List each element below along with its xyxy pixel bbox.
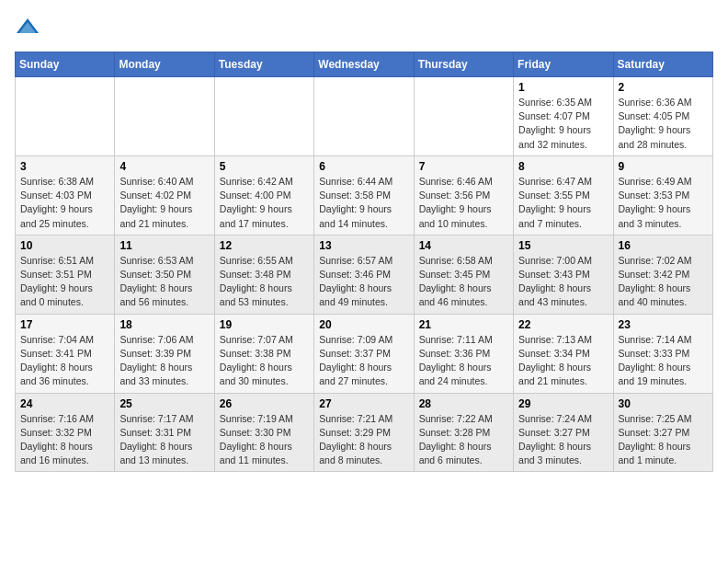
day-number: 4 bbox=[119, 160, 209, 173]
day-number: 23 bbox=[619, 318, 708, 331]
calendar-cell: 9Sunrise: 6:49 AM Sunset: 3:53 PM Daylig… bbox=[613, 155, 712, 235]
calendar-cell: 1Sunrise: 6:35 AM Sunset: 4:07 PM Daylig… bbox=[514, 77, 613, 156]
day-number: 11 bbox=[119, 239, 209, 252]
calendar-week-row: 3Sunrise: 6:38 AM Sunset: 4:03 PM Daylig… bbox=[16, 155, 713, 235]
day-info: Sunrise: 6:49 AM Sunset: 3:53 PM Dayligh… bbox=[619, 175, 708, 231]
calendar-cell: 24Sunrise: 7:16 AM Sunset: 3:32 PM Dayli… bbox=[16, 393, 115, 472]
calendar-cell: 12Sunrise: 6:55 AM Sunset: 3:48 PM Dayli… bbox=[214, 235, 313, 314]
calendar-cell: 7Sunrise: 6:46 AM Sunset: 3:56 PM Daylig… bbox=[414, 155, 513, 235]
calendar-cell: 22Sunrise: 7:13 AM Sunset: 3:34 PM Dayli… bbox=[514, 314, 613, 393]
day-of-week-header: Tuesday bbox=[214, 52, 313, 77]
day-number: 22 bbox=[518, 318, 608, 331]
calendar-cell: 4Sunrise: 6:40 AM Sunset: 4:02 PM Daylig… bbox=[115, 155, 214, 235]
day-info: Sunrise: 6:47 AM Sunset: 3:55 PM Dayligh… bbox=[518, 175, 608, 231]
day-number: 1 bbox=[518, 81, 608, 94]
day-info: Sunrise: 7:06 AM Sunset: 3:39 PM Dayligh… bbox=[119, 333, 209, 389]
calendar-cell: 28Sunrise: 7:22 AM Sunset: 3:28 PM Dayli… bbox=[414, 393, 513, 472]
calendar-week-row: 17Sunrise: 7:04 AM Sunset: 3:41 PM Dayli… bbox=[16, 314, 713, 393]
calendar-cell: 11Sunrise: 6:53 AM Sunset: 3:50 PM Dayli… bbox=[115, 235, 214, 314]
day-info: Sunrise: 6:35 AM Sunset: 4:07 PM Dayligh… bbox=[518, 96, 608, 152]
day-number: 24 bbox=[20, 397, 109, 410]
day-number: 20 bbox=[319, 318, 408, 331]
day-info: Sunrise: 7:24 AM Sunset: 3:27 PM Dayligh… bbox=[518, 412, 608, 468]
day-info: Sunrise: 7:04 AM Sunset: 3:41 PM Dayligh… bbox=[20, 333, 109, 389]
day-info: Sunrise: 7:02 AM Sunset: 3:42 PM Dayligh… bbox=[619, 254, 708, 310]
day-of-week-header: Thursday bbox=[414, 52, 513, 77]
day-info: Sunrise: 7:13 AM Sunset: 3:34 PM Dayligh… bbox=[518, 333, 608, 389]
calendar-week-row: 1Sunrise: 6:35 AM Sunset: 4:07 PM Daylig… bbox=[16, 77, 713, 156]
day-info: Sunrise: 7:21 AM Sunset: 3:29 PM Dayligh… bbox=[319, 412, 408, 468]
calendar-cell: 29Sunrise: 7:24 AM Sunset: 3:27 PM Dayli… bbox=[514, 393, 613, 472]
day-info: Sunrise: 7:11 AM Sunset: 3:36 PM Dayligh… bbox=[419, 333, 508, 389]
day-of-week-header: Sunday bbox=[16, 52, 115, 77]
day-info: Sunrise: 6:55 AM Sunset: 3:48 PM Dayligh… bbox=[220, 254, 309, 310]
calendar-cell: 15Sunrise: 7:00 AM Sunset: 3:43 PM Dayli… bbox=[514, 235, 613, 314]
calendar-cell: 5Sunrise: 6:42 AM Sunset: 4:00 PM Daylig… bbox=[214, 155, 313, 235]
day-info: Sunrise: 7:00 AM Sunset: 3:43 PM Dayligh… bbox=[518, 254, 608, 310]
calendar-cell: 19Sunrise: 7:07 AM Sunset: 3:38 PM Dayli… bbox=[214, 314, 313, 393]
day-of-week-header: Monday bbox=[115, 52, 214, 77]
day-of-week-header: Saturday bbox=[613, 52, 712, 77]
day-info: Sunrise: 6:42 AM Sunset: 4:00 PM Dayligh… bbox=[220, 175, 309, 231]
calendar-cell: 18Sunrise: 7:06 AM Sunset: 3:39 PM Dayli… bbox=[115, 314, 214, 393]
calendar-cell: 26Sunrise: 7:19 AM Sunset: 3:30 PM Dayli… bbox=[214, 393, 313, 472]
day-info: Sunrise: 7:16 AM Sunset: 3:32 PM Dayligh… bbox=[20, 412, 109, 468]
calendar-week-row: 10Sunrise: 6:51 AM Sunset: 3:51 PM Dayli… bbox=[16, 235, 713, 314]
calendar-table: SundayMondayTuesdayWednesdayThursdayFrid… bbox=[15, 52, 713, 472]
calendar-cell bbox=[314, 77, 414, 156]
logo bbox=[15, 15, 44, 40]
day-number: 9 bbox=[619, 160, 708, 173]
calendar-cell: 30Sunrise: 7:25 AM Sunset: 3:27 PM Dayli… bbox=[613, 393, 712, 472]
calendar-cell: 14Sunrise: 6:58 AM Sunset: 3:45 PM Dayli… bbox=[414, 235, 513, 314]
day-info: Sunrise: 6:38 AM Sunset: 4:03 PM Dayligh… bbox=[20, 175, 109, 231]
calendar-cell: 3Sunrise: 6:38 AM Sunset: 4:03 PM Daylig… bbox=[16, 155, 115, 235]
calendar-cell: 2Sunrise: 6:36 AM Sunset: 4:05 PM Daylig… bbox=[613, 77, 712, 156]
day-of-week-header: Wednesday bbox=[314, 52, 414, 77]
day-number: 5 bbox=[220, 160, 309, 173]
day-info: Sunrise: 6:53 AM Sunset: 3:50 PM Dayligh… bbox=[119, 254, 209, 310]
calendar-cell bbox=[414, 77, 513, 156]
day-number: 13 bbox=[319, 239, 408, 252]
day-info: Sunrise: 6:36 AM Sunset: 4:05 PM Dayligh… bbox=[619, 96, 708, 152]
day-number: 10 bbox=[20, 239, 109, 252]
calendar-cell: 10Sunrise: 6:51 AM Sunset: 3:51 PM Dayli… bbox=[16, 235, 115, 314]
day-number: 15 bbox=[518, 239, 608, 252]
calendar-cell: 17Sunrise: 7:04 AM Sunset: 3:41 PM Dayli… bbox=[16, 314, 115, 393]
day-info: Sunrise: 7:22 AM Sunset: 3:28 PM Dayligh… bbox=[419, 412, 508, 468]
day-number: 26 bbox=[220, 397, 309, 410]
day-number: 25 bbox=[119, 397, 209, 410]
day-number: 28 bbox=[419, 397, 508, 410]
day-info: Sunrise: 7:09 AM Sunset: 3:37 PM Dayligh… bbox=[319, 333, 408, 389]
day-number: 7 bbox=[419, 160, 508, 173]
day-number: 19 bbox=[220, 318, 309, 331]
day-number: 3 bbox=[20, 160, 109, 173]
calendar-cell: 25Sunrise: 7:17 AM Sunset: 3:31 PM Dayli… bbox=[115, 393, 214, 472]
calendar-cell: 27Sunrise: 7:21 AM Sunset: 3:29 PM Dayli… bbox=[314, 393, 414, 472]
calendar-week-row: 24Sunrise: 7:16 AM Sunset: 3:32 PM Dayli… bbox=[16, 393, 713, 472]
day-number: 2 bbox=[619, 81, 708, 94]
calendar-cell: 16Sunrise: 7:02 AM Sunset: 3:42 PM Dayli… bbox=[613, 235, 712, 314]
day-number: 16 bbox=[619, 239, 708, 252]
logo-icon bbox=[15, 15, 40, 40]
day-number: 21 bbox=[419, 318, 508, 331]
page-header bbox=[15, 15, 713, 40]
day-number: 8 bbox=[518, 160, 608, 173]
day-of-week-header: Friday bbox=[514, 52, 613, 77]
day-number: 30 bbox=[619, 397, 708, 410]
calendar-cell: 8Sunrise: 6:47 AM Sunset: 3:55 PM Daylig… bbox=[514, 155, 613, 235]
day-number: 14 bbox=[419, 239, 508, 252]
calendar-cell: 23Sunrise: 7:14 AM Sunset: 3:33 PM Dayli… bbox=[613, 314, 712, 393]
day-number: 17 bbox=[20, 318, 109, 331]
day-number: 27 bbox=[319, 397, 408, 410]
day-info: Sunrise: 6:57 AM Sunset: 3:46 PM Dayligh… bbox=[319, 254, 408, 310]
calendar-cell bbox=[16, 77, 115, 156]
calendar-cell: 20Sunrise: 7:09 AM Sunset: 3:37 PM Dayli… bbox=[314, 314, 414, 393]
day-info: Sunrise: 6:51 AM Sunset: 3:51 PM Dayligh… bbox=[20, 254, 109, 310]
day-number: 29 bbox=[518, 397, 608, 410]
calendar-header: SundayMondayTuesdayWednesdayThursdayFrid… bbox=[16, 52, 713, 77]
day-info: Sunrise: 6:40 AM Sunset: 4:02 PM Dayligh… bbox=[119, 175, 209, 231]
day-info: Sunrise: 7:25 AM Sunset: 3:27 PM Dayligh… bbox=[619, 412, 708, 468]
day-number: 12 bbox=[220, 239, 309, 252]
day-info: Sunrise: 7:14 AM Sunset: 3:33 PM Dayligh… bbox=[619, 333, 708, 389]
day-info: Sunrise: 7:17 AM Sunset: 3:31 PM Dayligh… bbox=[119, 412, 209, 468]
